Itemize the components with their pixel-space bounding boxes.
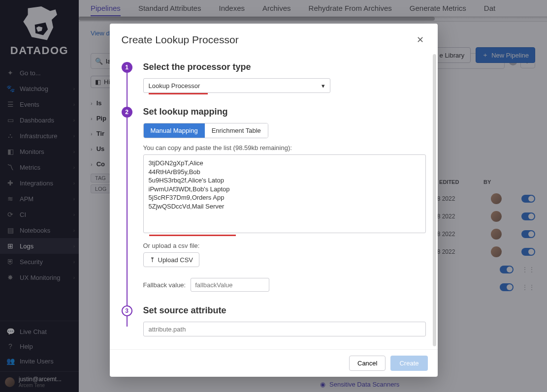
mapping-textarea[interactable]: [143, 154, 426, 233]
mapping-hint: You can copy and paste the list (98.59kb…: [143, 144, 426, 151]
processor-type-select[interactable]: Lookup Processor ▾: [143, 78, 330, 93]
step-title: Set lookup mapping: [143, 107, 426, 117]
step-badge-3: 3: [122, 305, 132, 316]
modal-overlay: Create Lookup Processor ✕ 1 Select the p…: [0, 0, 547, 392]
fallback-value-input[interactable]: [191, 278, 269, 292]
create-processor-modal: Create Lookup Processor ✕ 1 Select the p…: [110, 24, 438, 377]
seg-manual-mapping[interactable]: Manual Mapping: [144, 123, 205, 138]
modal-title: Create Lookup Processor: [122, 34, 239, 46]
step-title: Select the processor type: [143, 62, 426, 72]
step-title: Set source attribute: [143, 305, 426, 316]
fallback-label: Fallback value:: [143, 281, 186, 289]
modal-close-button[interactable]: ✕: [415, 32, 426, 47]
step-badge-2: 2: [122, 107, 132, 118]
annotation-underline: [149, 93, 208, 94]
step-source-attribute: 3 Set source attribute: [122, 305, 426, 336]
cancel-button[interactable]: Cancel: [349, 356, 386, 371]
upload-icon: ⤒: [150, 256, 155, 264]
upload-csv-button[interactable]: ⤒ Upload CSV: [143, 252, 200, 267]
create-button[interactable]: Create: [390, 356, 427, 371]
chevron-down-icon: ▾: [322, 82, 325, 90]
seg-enrichment-table[interactable]: Enrichment Table: [205, 123, 268, 138]
modal-scrollbar[interactable]: [433, 54, 436, 346]
step-lookup-mapping: 2 Set lookup mapping Manual Mapping Enri…: [122, 107, 426, 292]
source-attribute-input[interactable]: [143, 322, 426, 336]
upload-hint: Or upload a csv file:: [143, 242, 426, 249]
mapping-mode-segmented: Manual Mapping Enrichment Table: [143, 123, 268, 138]
step-badge-1: 1: [122, 62, 132, 73]
step-processor-type: 1 Select the processor type Lookup Proce…: [122, 62, 426, 93]
annotation-underline: [149, 235, 236, 236]
